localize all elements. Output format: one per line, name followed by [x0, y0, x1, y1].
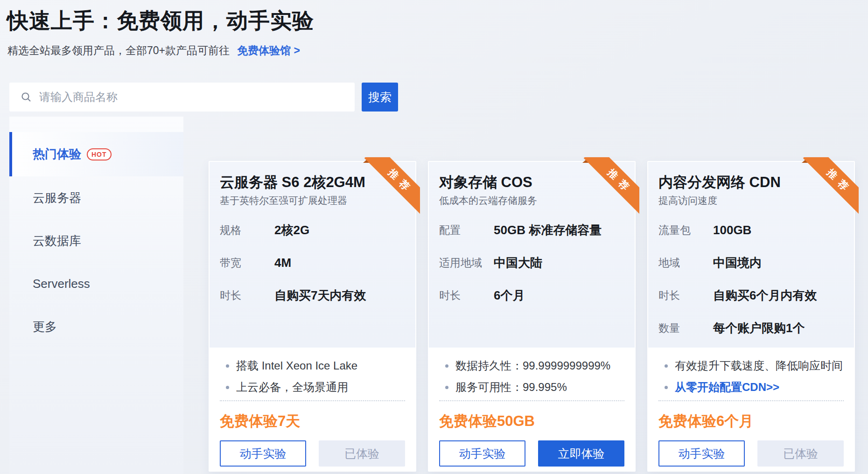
bullet-text: 有效提升下载速度、降低响应时间	[675, 358, 843, 373]
category-sidebar: 热门体验 HOT 云服务器 云数据库 Serverless 更多	[9, 117, 183, 474]
spec-label: 适用地域	[439, 256, 494, 270]
spec-value: 2核2G	[274, 222, 309, 238]
spec-label: 配置	[439, 223, 494, 237]
promo-text: 免费体验50GB	[439, 412, 624, 431]
feature-bullet: 数据持久性：99.9999999999%	[439, 355, 624, 376]
page-subtitle-row: 精选全站最多领用产品，全部70+款产品可前往 免费体验馆 >	[7, 43, 300, 58]
spec-value: 100GB	[713, 223, 751, 237]
card-top-section: 内容分发网络 CDN 提高访问速度 流量包 100GB 地域 中国境内 时长 自…	[648, 162, 854, 348]
card-button-row: 动手实验 已体验	[220, 440, 405, 467]
spec-label: 带宽	[220, 256, 274, 270]
promo-text: 免费体验7天	[220, 412, 405, 431]
spec-label: 流量包	[658, 223, 713, 237]
sidebar-item-cloud-database[interactable]: 云数据库	[9, 219, 183, 262]
already-tried-button[interactable]: 已体验	[757, 440, 844, 467]
spec-value: 每个账户限购1个	[713, 320, 805, 336]
spec-value: 中国境内	[713, 255, 762, 271]
spec-row: 时长 自购买6个月内有效	[658, 279, 844, 312]
spec-row: 适用地域 中国大陆	[439, 246, 624, 279]
bullet-text: 上云必备，全场景通用	[236, 380, 348, 395]
sidebar-item-hot-experience[interactable]: 热门体验 HOT	[9, 132, 183, 176]
spec-value: 中国大陆	[494, 255, 542, 271]
search-icon	[21, 91, 32, 103]
spec-table: 规格 2核2G 带宽 4M 时长 自购买7天内有效	[220, 214, 405, 312]
spec-table: 配置 50GB 标准存储容量 适用地域 中国大陆 时长 6个月	[439, 214, 624, 312]
sidebar-item-label: Serverless	[33, 277, 90, 291]
sidebar-item-more[interactable]: 更多	[9, 305, 183, 348]
card-subtitle: 提高访问速度	[658, 195, 844, 206]
sidebar-item-label: 热门体验	[33, 146, 81, 162]
spec-row: 流量包 100GB	[658, 214, 844, 246]
feature-bullet: 有效提升下载速度、降低响应时间	[658, 355, 844, 376]
spec-row: 带宽 4M	[220, 246, 405, 279]
spec-label: 时长	[220, 288, 274, 303]
hot-badge: HOT	[87, 148, 112, 160]
card-bottom-section: 搭载 Intel Xeon Ice Lake 上云必备，全场景通用 免费体验7天…	[210, 348, 415, 470]
cdn-config-guide-link[interactable]: 从零开始配置CDN>>	[675, 380, 779, 395]
page-title: 快速上手：免费领用，动手实验	[7, 7, 314, 35]
spec-value: 自购买6个月内有效	[713, 287, 817, 304]
search-button[interactable]: 搜索	[362, 83, 398, 112]
card-subtitle: 低成本的云端存储服务	[439, 195, 624, 206]
search-input[interactable]	[38, 90, 355, 104]
feature-bullet: 从零开始配置CDN>>	[658, 376, 844, 398]
card-button-row: 动手实验 已体验	[658, 440, 844, 467]
bullet-dot-icon	[226, 364, 229, 368]
feature-bullet: 服务可用性：99.995%	[439, 376, 624, 398]
bullet-dot-icon	[445, 364, 448, 368]
sidebar-item-label: 云数据库	[33, 233, 81, 249]
feature-bullet: 搭载 Intel Xeon Ice Lake	[220, 355, 405, 376]
sidebar-item-label: 云服务器	[33, 190, 81, 206]
card-title: 对象存储 COS	[439, 174, 624, 191]
card-title: 云服务器 S6 2核2G4M	[220, 174, 405, 191]
dotted-divider	[439, 400, 624, 401]
hands-on-lab-button[interactable]: 动手实验	[439, 440, 525, 467]
hands-on-lab-button[interactable]: 动手实验	[220, 440, 306, 467]
sidebar-item-cloud-server[interactable]: 云服务器	[9, 176, 183, 219]
bullet-text: 数据持久性：99.9999999999%	[455, 358, 610, 373]
spec-value: 自购买7天内有效	[274, 287, 366, 304]
card-top-section: 云服务器 S6 2核2G4M 基于英特尔至强可扩展处理器 规格 2核2G 带宽 …	[210, 162, 415, 348]
bullet-text: 搭载 Intel Xeon Ice Lake	[236, 358, 357, 373]
card-top-section: 对象存储 COS 低成本的云端存储服务 配置 50GB 标准存储容量 适用地域 …	[429, 162, 635, 348]
spec-row: 规格 2核2G	[220, 214, 405, 246]
card-title: 内容分发网络 CDN	[658, 174, 844, 191]
spec-row: 地域 中国境内	[658, 246, 844, 279]
search-box	[9, 83, 355, 112]
bullet-dot-icon	[445, 386, 448, 389]
bullet-dot-icon	[226, 386, 229, 389]
feature-bullet: 上云必备，全场景通用	[220, 376, 405, 398]
card-bottom-section: 数据持久性：99.9999999999% 服务可用性：99.995% 免费体验5…	[429, 348, 635, 470]
already-tried-button[interactable]: 已体验	[319, 440, 405, 467]
card-bottom-section: 有效提升下载速度、降低响应时间 从零开始配置CDN>> 免费体验6个月 动手实验…	[648, 348, 854, 470]
spec-value: 6个月	[494, 287, 525, 304]
spec-label: 规格	[220, 223, 274, 237]
product-card-cos: 推荐 对象存储 COS 低成本的云端存储服务 配置 50GB 标准存储容量 适用…	[428, 161, 636, 472]
product-card-cdn: 推荐 内容分发网络 CDN 提高访问速度 流量包 100GB 地域 中国境内 时…	[647, 161, 855, 472]
spec-row: 时长 6个月	[439, 279, 624, 312]
spec-row: 时长 自购买7天内有效	[220, 279, 405, 312]
hands-on-lab-button[interactable]: 动手实验	[658, 440, 745, 467]
spec-label: 地域	[658, 256, 713, 270]
product-card-cvm: 推荐 云服务器 S6 2核2G4M 基于英特尔至强可扩展处理器 规格 2核2G …	[209, 161, 416, 472]
dotted-divider	[220, 400, 405, 401]
spec-value: 4M	[274, 256, 291, 270]
dotted-divider	[658, 400, 844, 401]
free-trial-hall-link[interactable]: 免费体验馆 >	[237, 43, 300, 58]
try-now-button[interactable]: 立即体验	[538, 440, 624, 467]
spec-label: 时长	[439, 288, 494, 303]
card-subtitle: 基于英特尔至强可扩展处理器	[220, 195, 405, 206]
spec-row: 配置 50GB 标准存储容量	[439, 214, 624, 246]
spec-value: 50GB 标准存储容量	[494, 222, 602, 238]
card-button-row: 动手实验 立即体验	[439, 440, 624, 467]
sidebar-item-label: 更多	[33, 319, 57, 335]
bullet-dot-icon	[665, 364, 668, 368]
spec-row: 数量 每个账户限购1个	[658, 312, 844, 344]
sidebar-item-serverless[interactable]: Serverless	[9, 262, 183, 305]
bullet-dot-icon	[665, 386, 668, 389]
spec-label: 数量	[658, 321, 713, 335]
promo-text: 免费体验6个月	[658, 412, 844, 431]
spec-label: 时长	[658, 288, 713, 303]
bullet-text: 服务可用性：99.995%	[455, 380, 567, 395]
spec-table: 流量包 100GB 地域 中国境内 时长 自购买6个月内有效 数量 每个账户限购…	[658, 214, 844, 344]
